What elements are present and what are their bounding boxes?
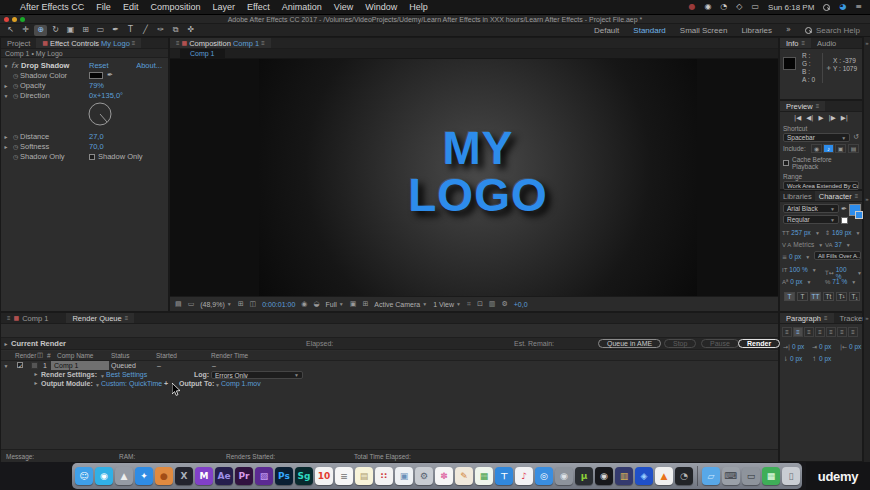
indent-first-value[interactable]: 0 px xyxy=(819,343,831,350)
render-row-checkbox[interactable] xyxy=(17,362,23,368)
close-tab-icon[interactable]: ≡ xyxy=(125,315,129,321)
menubar-item[interactable]: After Effects CC xyxy=(20,2,84,12)
twirl-right-icon[interactable]: ► xyxy=(1,134,11,140)
tab-effect-controls[interactable]: ■ Effect Controls My Logo ≡ xyxy=(36,38,141,48)
direction-value[interactable]: 0x+135,0° xyxy=(89,91,123,100)
align-button[interactable]: ≡ xyxy=(826,327,836,337)
dock-app-icon[interactable]: Ae xyxy=(215,467,233,485)
dock-app-icon[interactable]: ◉ xyxy=(595,467,613,485)
close-tab-icon[interactable]: ≡ xyxy=(261,40,265,46)
transport-button[interactable]: ◀| xyxy=(806,115,813,122)
workspace-tab[interactable]: Libraries xyxy=(741,26,772,35)
indent-right-value[interactable]: 0 px xyxy=(849,343,861,350)
twirl-right-icon[interactable]: ▸ xyxy=(1,340,11,347)
tracking-value[interactable]: 37 xyxy=(835,241,842,248)
dock-app-icon[interactable]: Pr xyxy=(235,467,253,485)
dock-app-icon[interactable]: ⊤ xyxy=(495,467,513,485)
transport-button[interactable]: ▶| xyxy=(841,115,848,122)
dock-app-icon[interactable]: ● xyxy=(155,467,173,485)
pause-button[interactable]: Pause xyxy=(701,339,739,348)
add-output-module-button[interactable]: + xyxy=(164,380,168,387)
workspace-tab[interactable]: Default xyxy=(594,26,619,35)
col-comp-name[interactable]: Comp Name xyxy=(57,352,93,359)
exposure-offset[interactable]: +0,0 xyxy=(514,301,528,308)
stopwatch-icon[interactable]: ◷ xyxy=(11,83,20,89)
view-layout-dropdown[interactable]: 1 View▼ xyxy=(433,301,461,308)
channel-icon[interactable]: ◒ xyxy=(313,300,319,308)
font-style-select[interactable]: Regular▼ xyxy=(783,215,839,224)
spotlight-icon[interactable] xyxy=(823,4,830,11)
tool-button[interactable]: ✒ xyxy=(109,25,122,36)
stopwatch-icon[interactable]: ◷ xyxy=(11,73,20,79)
tab-composition[interactable]: ≡ ■ Composition Comp 1 ≡ xyxy=(170,38,271,48)
dock-folder-icon[interactable]: ▯ xyxy=(782,467,800,485)
twirl-right-icon[interactable]: ► xyxy=(1,144,11,150)
character-style-button[interactable]: T xyxy=(797,292,808,301)
dock-folder-icon[interactable]: ⌨ xyxy=(722,467,740,485)
eyedropper-icon[interactable]: ✒ xyxy=(841,206,847,213)
twirl-down-icon[interactable]: ▼ xyxy=(1,93,11,99)
shortcut-select[interactable]: Spacebar▼ xyxy=(783,133,850,142)
render-queue-row[interactable]: ▼ 1 Comp 1 Queued – – xyxy=(1,361,778,371)
transport-button[interactable]: |◀ xyxy=(794,115,801,122)
chevron-down-icon[interactable]: ▼ xyxy=(95,382,100,388)
tool-button[interactable]: ⊞ xyxy=(79,25,92,36)
stopwatch-icon[interactable]: ◷ xyxy=(11,134,20,140)
dock-app-icon[interactable]: ◔ xyxy=(675,467,693,485)
tab-comp-timeline[interactable]: ≡ ■ Comp 1 xyxy=(1,313,54,323)
dock-app-icon[interactable]: ⚙ xyxy=(415,467,433,485)
camera-dropdown[interactable]: Active Camera▼ xyxy=(374,301,427,308)
dock-app-icon[interactable]: X xyxy=(175,467,193,485)
space-after-value[interactable]: 0 px xyxy=(819,355,831,362)
menubar-item[interactable]: View xyxy=(334,2,353,12)
dock-app-icon[interactable]: ▤ xyxy=(355,467,373,485)
tool-button[interactable]: ✜ xyxy=(184,25,197,36)
effect-reset-link[interactable]: Reset xyxy=(89,61,109,70)
dock-app-icon[interactable]: ♪ xyxy=(515,467,533,485)
flowchart-icon[interactable]: ⚙ xyxy=(501,300,507,308)
align-button[interactable]: ≡ xyxy=(848,327,858,337)
dock-app-icon[interactable]: ▥ xyxy=(615,467,633,485)
tab-audio[interactable]: Audio xyxy=(811,38,842,48)
panel-menu-icon[interactable]: ≡ xyxy=(816,103,820,109)
dock-app-icon[interactable]: ☺ xyxy=(75,467,93,485)
timeline-icon[interactable]: ▥ xyxy=(489,300,496,308)
snapshot-camera-icon[interactable]: ◉ xyxy=(301,300,307,308)
font-family-select[interactable]: Arial Black▼ xyxy=(783,204,839,213)
tab-project[interactable]: Project xyxy=(1,38,36,48)
twirl-right-icon[interactable]: ► xyxy=(31,380,41,386)
direction-dial[interactable] xyxy=(87,101,113,127)
primary-viewer-icon[interactable]: ▤ xyxy=(848,144,859,153)
align-button[interactable]: ≡ xyxy=(804,327,814,337)
menubar-item[interactable]: Edit xyxy=(123,2,139,12)
character-style-button[interactable]: T₁ xyxy=(849,292,860,301)
comp-viewer-subtab[interactable]: Comp 1 xyxy=(180,49,225,58)
chevron-down-icon[interactable]: ▼ xyxy=(100,373,105,379)
twirl-right-icon[interactable]: ► xyxy=(1,83,11,89)
dock-app-icon[interactable]: ∷ xyxy=(375,467,393,485)
panel-menu-icon[interactable]: ≡ xyxy=(824,315,828,321)
tool-button[interactable]: ▣ xyxy=(64,25,77,36)
workspace-overflow-icon[interactable]: » xyxy=(786,26,791,34)
log-select[interactable]: Errors Only▼ xyxy=(211,371,303,379)
dock-app-icon[interactable]: Ps xyxy=(275,467,293,485)
twirl-right-icon[interactable]: ► xyxy=(31,371,41,377)
render-settings-value[interactable]: Best Settings xyxy=(106,371,147,378)
comp-viewport[interactable]: MY LOGO xyxy=(170,59,778,296)
current-time-display[interactable]: 0:00:01:00 xyxy=(262,301,295,308)
tsume-value[interactable]: 71 % xyxy=(832,278,847,285)
tab-render-queue[interactable]: Render Queue ≡ xyxy=(66,313,134,323)
menubar-item[interactable]: File xyxy=(96,2,111,12)
effect-name[interactable]: Drop Shadow xyxy=(21,61,69,70)
col-render-time[interactable]: Render Time xyxy=(211,352,248,359)
collapsed-panel-strip-bottom[interactable]: » xyxy=(863,312,870,462)
col-num[interactable]: # xyxy=(47,352,51,359)
menubar-item[interactable]: Effect xyxy=(247,2,270,12)
stroke-color-swatch[interactable] xyxy=(855,211,863,219)
menubar-item[interactable]: Composition xyxy=(150,2,200,12)
dock-app-icon[interactable]: ◈ xyxy=(635,467,653,485)
eyedropper-icon[interactable]: ✒ xyxy=(107,72,113,79)
row-comp-name[interactable]: Comp 1 xyxy=(51,361,109,370)
mask-visibility-icon[interactable]: ◫ xyxy=(250,300,257,308)
menubar-status-icon[interactable]: ◔ xyxy=(720,3,727,11)
